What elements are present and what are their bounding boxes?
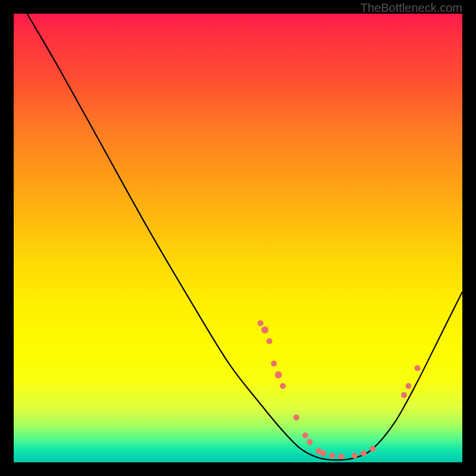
data-point bbox=[302, 433, 308, 439]
data-point bbox=[415, 365, 421, 371]
data-point bbox=[320, 450, 326, 456]
data-point bbox=[271, 361, 277, 367]
data-point bbox=[267, 338, 273, 344]
chart-overlay bbox=[14, 14, 462, 462]
data-point bbox=[401, 392, 407, 398]
data-point bbox=[307, 439, 313, 445]
data-point bbox=[406, 383, 412, 389]
data-point bbox=[329, 453, 335, 459]
data-point bbox=[361, 450, 367, 456]
data-point bbox=[352, 453, 358, 459]
data-point bbox=[280, 383, 286, 389]
data-point bbox=[293, 415, 299, 421]
data-point bbox=[261, 327, 268, 334]
data-point bbox=[338, 453, 344, 459]
data-point bbox=[275, 371, 282, 378]
data-point bbox=[369, 446, 375, 452]
watermark-text: TheBottleneck.com bbox=[361, 1, 462, 15]
data-points bbox=[258, 320, 421, 459]
data-point bbox=[258, 320, 264, 326]
bottleneck-curve bbox=[27, 14, 462, 460]
